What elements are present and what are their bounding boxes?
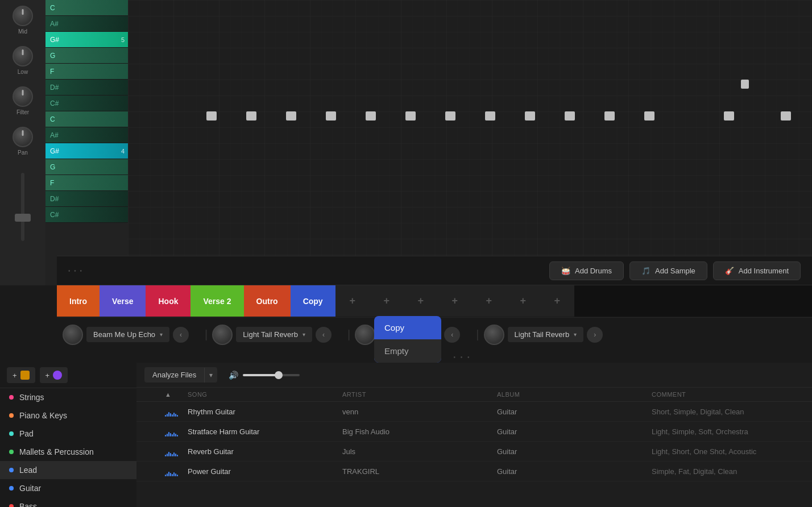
effect-name-1[interactable]: Beam Me Up Echo ▾ <box>86 327 169 342</box>
table-row[interactable]: Rhythm Guitar venn Guitar Short, Simple,… <box>136 402 812 422</box>
note-block[interactable] <box>366 111 376 120</box>
note-block[interactable] <box>405 111 416 120</box>
add-sample-button[interactable]: 🎵 Add Sample <box>629 261 707 280</box>
piano-key-f5[interactable]: F <box>45 64 128 80</box>
effect-knob-2[interactable] <box>212 325 233 345</box>
note-block[interactable] <box>741 80 749 89</box>
effect-knob-4[interactable] <box>484 325 504 345</box>
drums-icon: 🥁 <box>561 267 570 275</box>
arr-verse2[interactable]: Verse 2 <box>190 285 243 317</box>
filter-knob[interactable] <box>13 86 33 107</box>
piano-key-ds5[interactable]: D# <box>45 80 128 95</box>
sample-icon: 🎵 <box>641 267 651 275</box>
piano-key-g4[interactable]: G <box>45 159 128 175</box>
volume-slider[interactable] <box>243 374 300 376</box>
piano-roll[interactable] <box>128 0 812 285</box>
effect-nav-1[interactable]: ‹ <box>173 327 189 343</box>
header-artist[interactable]: ARTIST <box>342 391 497 398</box>
effect-knob-1[interactable] <box>63 325 83 345</box>
effect-nav-4[interactable]: › <box>587 327 603 343</box>
ai-icon <box>53 371 62 380</box>
song-artist: Juls <box>342 447 497 456</box>
arr-intro[interactable]: Intro <box>57 285 100 317</box>
song-album: Guitar <box>497 447 652 456</box>
header-wave[interactable]: ▲ <box>165 391 188 398</box>
note-block[interactable] <box>565 111 575 120</box>
arr-plus-3[interactable]: + <box>404 285 438 317</box>
table-header: ▲ SONG ARTIST ALBUM COMMENT <box>136 388 812 402</box>
wave-icon <box>165 426 188 437</box>
effect-name-2[interactable]: Light Tail Reverb ▾ <box>236 327 312 342</box>
effect-nav-2[interactable]: ‹ <box>316 327 332 343</box>
header-comment[interactable]: COMMENT <box>652 391 806 398</box>
table-row[interactable]: Stratface Harm Guitar Big Fish Audio Gui… <box>136 422 812 442</box>
sidebar-cat-piano---keys[interactable]: Piano & Keys <box>0 406 136 425</box>
header-album[interactable]: ALBUM <box>497 391 652 398</box>
song-artist: venn <box>342 408 497 416</box>
add-track-button[interactable]: + <box>7 367 35 383</box>
arr-plus-7[interactable]: + <box>540 285 574 317</box>
fader-thumb[interactable] <box>15 214 31 222</box>
piano-key-c4[interactable]: C <box>45 111 128 127</box>
analyze-dropdown-arrow[interactable]: ▾ <box>204 368 217 383</box>
analyze-files-group[interactable]: Analyze Files ▾ <box>144 367 217 383</box>
pan-knob[interactable] <box>13 127 33 147</box>
header-song[interactable]: SONG <box>188 391 342 398</box>
arr-hook[interactable]: Hook <box>146 285 190 317</box>
arr-plus-4[interactable]: + <box>438 285 472 317</box>
note-block[interactable] <box>644 111 654 120</box>
piano-key-ds4[interactable]: D# <box>45 191 128 207</box>
piano-key-g5[interactable]: G <box>45 48 128 64</box>
arr-plus-6[interactable]: + <box>506 285 540 317</box>
effect-nav-3[interactable]: ‹ <box>444 327 460 343</box>
note-block[interactable] <box>286 111 296 120</box>
note-block[interactable] <box>206 111 217 120</box>
arr-plus-1[interactable]: + <box>335 285 370 317</box>
effect-knob-3[interactable] <box>355 325 375 345</box>
effect-group-1: Beam Me Up Echo ▾ ‹ <box>63 325 189 345</box>
song-artist: TRAKGIRL <box>342 467 497 476</box>
sidebar-cat-mallets---percussion[interactable]: Mallets & Percussion <box>0 443 136 461</box>
piano-key-cs5[interactable]: C# <box>45 95 128 111</box>
note-block[interactable] <box>781 111 791 120</box>
arr-verse[interactable]: Verse <box>100 285 146 317</box>
note-block[interactable] <box>604 111 615 120</box>
add-instrument-button[interactable]: 🎸 Add Instrument <box>713 261 801 280</box>
table-row[interactable]: Reverb Guitar Juls Guitar Light, Short, … <box>136 442 812 462</box>
song-comment: Simple, Fat, Digital, Clean <box>652 467 806 476</box>
note-block[interactable] <box>246 111 256 120</box>
mid-knob[interactable] <box>13 6 33 26</box>
note-block[interactable] <box>485 111 495 120</box>
arr-plus-5[interactable]: + <box>472 285 506 317</box>
piano-key-f4[interactable]: F <box>45 175 128 191</box>
arr-outro[interactable]: Outro <box>244 285 291 317</box>
sidebar-cat-strings[interactable]: Strings <box>0 388 136 406</box>
sidebar-cat-pad[interactable]: Pad <box>0 425 136 443</box>
arr-copy[interactable]: Copy <box>291 285 335 317</box>
sidebar-cat-guitar[interactable]: Guitar <box>0 479 136 497</box>
song-artist: Big Fish Audio <box>342 427 497 436</box>
effect-name-4[interactable]: Light Tail Reverb ▾ <box>508 327 584 342</box>
sidebar-cat-bass[interactable]: Bass <box>0 497 136 507</box>
file-browser: Analyze Files ▾ 🔊 ▲ SONG ARTIST ALBUM <box>136 363 812 507</box>
piano-key-gs4[interactable]: G# 4 <box>45 143 128 159</box>
piano-key-as5[interactable]: A# <box>45 16 128 32</box>
piano-key-c5[interactable]: C <box>45 0 128 16</box>
arr-plus-2[interactable]: + <box>370 285 404 317</box>
piano-key-as4[interactable]: A# <box>45 127 128 143</box>
song-album: Guitar <box>497 427 652 436</box>
context-menu-empty[interactable]: Empty <box>374 339 441 363</box>
note-block[interactable] <box>525 111 535 120</box>
filter-knob-group: Filter <box>13 86 33 115</box>
piano-key-gs5[interactable]: G# 5 <box>45 32 128 48</box>
low-knob[interactable] <box>13 46 33 67</box>
note-block[interactable] <box>445 111 455 120</box>
add-drums-button[interactable]: 🥁 Add Drums <box>549 261 624 280</box>
add-ai-button[interactable]: + <box>40 367 68 383</box>
sidebar-cat-lead[interactable]: Lead <box>0 461 136 479</box>
note-block[interactable] <box>724 111 734 120</box>
context-menu-copy[interactable]: Copy <box>374 316 441 339</box>
note-block[interactable] <box>326 111 336 120</box>
table-row[interactable]: Power Guitar TRAKGIRL Guitar Simple, Fat… <box>136 462 812 481</box>
piano-key-cs4[interactable]: C# <box>45 207 128 223</box>
